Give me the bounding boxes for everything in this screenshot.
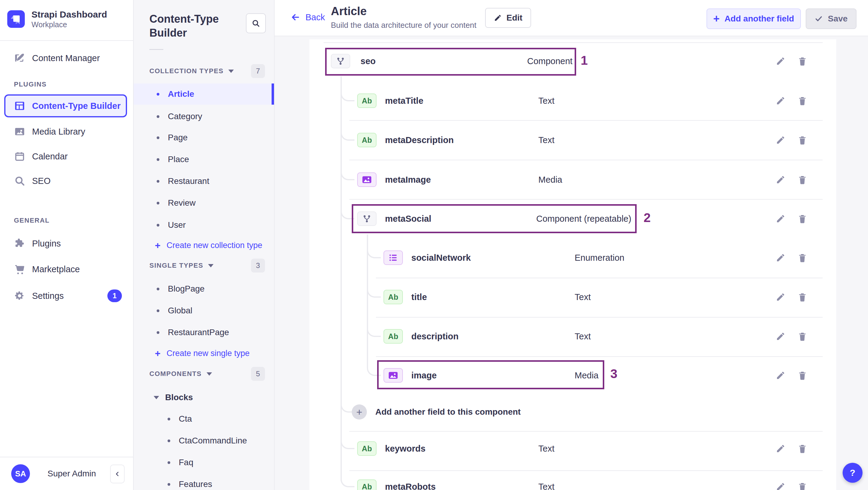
save-button[interactable]: Save	[806, 8, 857, 29]
delete-field-button[interactable]	[796, 213, 808, 225]
component-group-blocks[interactable]: Blocks	[154, 388, 193, 406]
sidebar-item-content-manager[interactable]: Content Manager	[14, 49, 100, 68]
delete-field-button[interactable]	[796, 369, 808, 381]
search-button[interactable]	[246, 13, 266, 33]
subnav-item-global[interactable]: Global	[157, 302, 192, 320]
back-button[interactable]: Back	[290, 12, 325, 22]
subnav-item-faq[interactable]: Faq	[167, 453, 193, 471]
delete-field-button[interactable]	[796, 134, 808, 146]
bullet-icon	[157, 202, 159, 205]
field-row-image[interactable]: image Media	[309, 356, 836, 395]
subnav-item-review[interactable]: Review	[157, 194, 196, 212]
strapi-logo-icon	[7, 10, 25, 28]
bullet-icon	[157, 93, 159, 96]
add-another-field-button[interactable]: + Add another field	[707, 8, 801, 29]
sidebar-item-calendar[interactable]: Calendar	[14, 147, 68, 166]
collection-types-header[interactable]: COLLECTION TYPES	[149, 67, 234, 75]
sidebar-item-settings[interactable]: Settings	[14, 286, 64, 306]
field-row-description[interactable]: Ab description Text	[309, 317, 836, 356]
create-collection-type-link[interactable]: +Create new collection type	[155, 236, 262, 254]
sidebar-item-media-library[interactable]: Media Library	[14, 122, 85, 141]
sidebar-item-seo[interactable]: SEO	[14, 171, 51, 190]
delete-field-button[interactable]	[796, 330, 808, 342]
edit-field-button[interactable]	[775, 369, 787, 381]
edit-field-button[interactable]	[775, 213, 787, 225]
subnav-item-blogpage[interactable]: BlogPage	[157, 280, 205, 298]
delete-field-button[interactable]	[796, 481, 808, 490]
edit-field-button[interactable]	[775, 330, 787, 342]
sidebar-item-plugins[interactable]: Plugins	[14, 234, 61, 253]
field-row-metaimage[interactable]: metaImage Media	[309, 160, 836, 199]
sidebar-item-marketplace[interactable]: Marketplace	[14, 259, 80, 279]
field-row-title[interactable]: Ab title Text	[309, 277, 836, 317]
field-row-metarobots[interactable]: Ab metaRobots Text	[309, 467, 836, 490]
field-row-metasocial[interactable]: metaSocial Component (repeatable)	[309, 199, 836, 238]
subnav-item-place[interactable]: Place	[157, 150, 189, 169]
field-name: socialNetwork	[411, 253, 471, 263]
pencil-icon	[494, 14, 502, 22]
edit-button[interactable]: Edit	[485, 8, 531, 28]
components-header[interactable]: COMPONENTS	[149, 370, 212, 378]
subnav-item-restaurantpage[interactable]: RestaurantPage	[157, 323, 229, 341]
single-types-count: 3	[251, 258, 265, 273]
media-field-icon	[357, 173, 376, 187]
subnav-item-label: Global	[168, 306, 192, 315]
general-section-header: GENERAL	[14, 217, 50, 224]
sidebar-item-label: Content Manager	[32, 53, 100, 63]
edit-field-button[interactable]	[775, 481, 787, 490]
annotation-number-2: 2	[644, 211, 651, 225]
delete-field-button[interactable]	[796, 442, 808, 455]
text-field-icon: Ab	[357, 441, 376, 456]
subnav-item-ctacommandline[interactable]: CtaCommandLine	[167, 432, 247, 450]
delete-field-button[interactable]	[796, 174, 808, 186]
delete-field-button[interactable]	[796, 55, 808, 67]
subnav-item-restaurant[interactable]: Restaurant	[157, 172, 209, 190]
section-label: SINGLE TYPES	[149, 262, 203, 270]
subnav-item-features[interactable]: Features	[167, 475, 212, 490]
bullet-icon	[157, 309, 159, 312]
edit-field-button[interactable]	[775, 174, 787, 186]
edit-field-button[interactable]	[775, 95, 787, 107]
field-name: title	[411, 292, 427, 302]
subnav-item-category[interactable]: Category	[157, 108, 202, 125]
field-name: seo	[361, 56, 376, 66]
add-field-to-component-button[interactable]: + Add another field to this component	[352, 392, 521, 432]
field-name: image	[411, 370, 437, 380]
media-field-icon	[383, 368, 403, 382]
single-types-header[interactable]: SINGLE TYPES	[149, 262, 214, 270]
edit-field-button[interactable]	[775, 55, 787, 67]
subnav-item-page[interactable]: Page	[157, 128, 187, 147]
field-row-seo[interactable]: seo Component	[309, 41, 836, 81]
subnav-item-article[interactable]: Article	[134, 84, 274, 105]
edit-field-button[interactable]	[775, 252, 787, 264]
subnav-item-cta[interactable]: Cta	[167, 410, 192, 428]
bullet-icon	[157, 224, 159, 226]
delete-field-button[interactable]	[796, 291, 808, 303]
sidebar-item-label: Marketplace	[32, 264, 80, 274]
field-name: metaSocial	[385, 214, 431, 224]
page-subtitle: Build the data architecture of your cont…	[331, 21, 476, 30]
annotation-number-1: 1	[581, 53, 588, 68]
subnav-item-label: CtaCommandLine	[179, 436, 247, 446]
field-row-keywords[interactable]: Ab keywords Text	[309, 429, 836, 468]
field-row-metadescription[interactable]: Ab metaDescription Text	[309, 120, 836, 160]
section-label: COLLECTION TYPES	[149, 67, 223, 75]
field-type: Component	[527, 56, 572, 66]
delete-field-button[interactable]	[796, 95, 808, 107]
sidebar-item-content-type-builder[interactable]: Content-Type Builder	[4, 94, 127, 117]
subnav-item-user[interactable]: User	[157, 216, 186, 234]
bullet-icon	[167, 461, 170, 464]
field-row-socialnetwork[interactable]: socialNetwork Enumeration	[309, 238, 836, 277]
edit-field-button[interactable]	[775, 291, 787, 303]
create-single-type-link[interactable]: +Create new single type	[155, 344, 249, 362]
text-field-icon: Ab	[357, 93, 376, 108]
field-row-metatitle[interactable]: Ab metaTitle Text	[309, 81, 836, 120]
delete-field-button[interactable]	[796, 252, 808, 264]
collapse-sidebar-button[interactable]	[110, 465, 125, 483]
help-button[interactable]: ?	[843, 463, 863, 483]
edit-field-button[interactable]	[775, 134, 787, 146]
bullet-icon	[167, 439, 170, 442]
avatar[interactable]: SA	[11, 464, 30, 483]
edit-field-button[interactable]	[775, 442, 787, 455]
arrow-left-icon	[290, 12, 301, 22]
